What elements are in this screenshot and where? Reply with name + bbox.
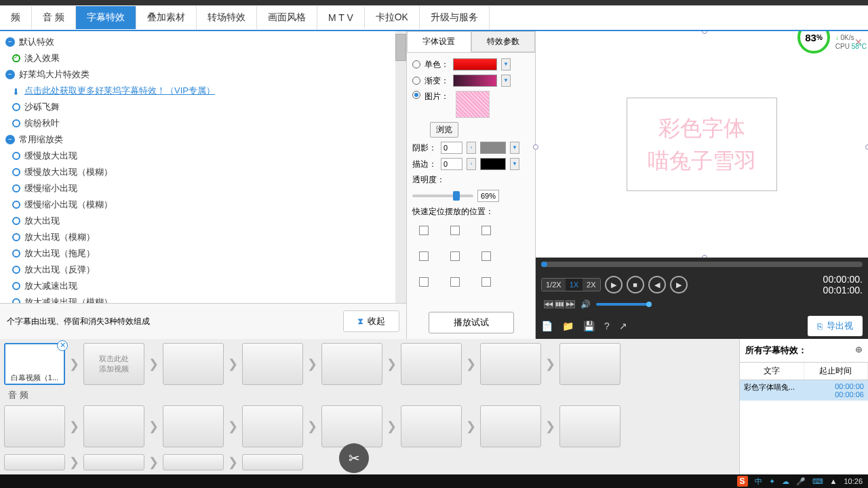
tray-icon[interactable]: ▲ — [830, 477, 837, 485]
audio-clip-slot[interactable] — [83, 405, 144, 447]
audio-clip-slot[interactable] — [480, 405, 541, 447]
slider-thumb[interactable] — [453, 191, 460, 201]
tab-mtv[interactable]: M T V — [317, 7, 365, 28]
resize-handle[interactable] — [533, 144, 538, 150]
tab-overlay[interactable]: 叠加素材 — [136, 6, 197, 29]
empty-clip-slot[interactable] — [559, 343, 620, 385]
tab-upgrade[interactable]: 升级与服务 — [420, 6, 490, 29]
dropdown-icon[interactable]: ▼ — [510, 158, 519, 170]
extra-slot[interactable] — [242, 454, 303, 470]
pos-tc[interactable] — [450, 226, 460, 235]
stroke-color[interactable] — [480, 158, 506, 170]
tab-transition[interactable]: 转场特效 — [197, 6, 257, 29]
play-test-button[interactable]: 播放试试 — [429, 312, 514, 333]
resize-handle[interactable] — [702, 31, 707, 34]
opacity-value[interactable]: 69% — [477, 190, 499, 202]
shadow-spinner[interactable]: 0 — [441, 142, 462, 154]
effect-zoom-8[interactable]: 放大减速出现 — [0, 278, 406, 294]
next-button[interactable]: ▶ — [670, 276, 688, 293]
speed-1x[interactable]: 1X — [566, 279, 583, 291]
collapse-button[interactable]: ⧗收起 — [343, 310, 399, 332]
effects-list[interactable]: −默认特效 淡入效果 −好莱坞大片特效类 ⬇点击此处获取更多好莱坞字幕特效！（V… — [0, 31, 406, 303]
dropdown-icon[interactable]: ▼ — [501, 75, 511, 87]
empty-clip-slot[interactable] — [480, 343, 541, 385]
effect-zoom-7[interactable]: 放大出现（反弹） — [0, 262, 406, 278]
progress-bar[interactable] — [541, 262, 863, 267]
effect-leaves[interactable]: 缤纷秋叶 — [0, 115, 406, 131]
volume-icon[interactable]: 🔊 — [580, 300, 591, 309]
audio-clip-slot[interactable] — [321, 405, 382, 447]
radio-solid[interactable] — [412, 60, 420, 68]
category-default[interactable]: −默认特效 — [0, 34, 406, 50]
radio-image[interactable] — [412, 91, 420, 99]
browse-button[interactable]: 浏览 — [430, 122, 458, 138]
effect-zoom-3[interactable]: 缓慢缩小出现（模糊） — [0, 197, 406, 213]
preview-canvas[interactable]: ✕ 彩色字体 喵兔子雪羽 83% ↓ 0K/sCPU 58°C — [536, 31, 868, 258]
effect-zoom-2[interactable]: 缓慢缩小出现 — [0, 180, 406, 197]
tab-style[interactable]: 画面风格 — [257, 6, 317, 29]
add-icon[interactable]: ⊕ — [855, 344, 863, 357]
tray-icon[interactable]: ⌨ — [812, 477, 823, 486]
tray-icon[interactable]: 🎤 — [796, 477, 806, 486]
clock[interactable]: 10:26 — [844, 477, 863, 485]
pos-mc[interactable] — [450, 251, 460, 261]
help-icon[interactable]: ? — [604, 321, 610, 331]
effect-vip-link[interactable]: ⬇点击此处获取更多好莱坞字幕特效！（VIP专属） — [0, 83, 406, 99]
volume-slider[interactable] — [596, 303, 650, 306]
preview-text-box[interactable]: 彩色字体 喵兔子雪羽 — [627, 98, 777, 191]
gradient-swatch[interactable] — [453, 75, 497, 87]
effect-zoom-4[interactable]: 放大出现 — [0, 213, 406, 229]
extra-slot[interactable] — [4, 454, 65, 470]
subtitle-row[interactable]: 彩色字体喵兔... 00:00:00 00:00:06 — [740, 380, 868, 401]
add-clip-slot[interactable]: 双击此处 添加视频 — [83, 343, 144, 385]
pos-br[interactable] — [481, 277, 491, 287]
video-clip-1[interactable]: ✕ 白幕视频（1... — [4, 343, 65, 385]
prev-button[interactable]: ◀ — [648, 276, 666, 293]
export-button[interactable]: ⎘导出视 — [808, 316, 863, 336]
empty-clip-slot[interactable] — [242, 343, 303, 385]
opacity-slider[interactable] — [412, 195, 473, 197]
taskbar[interactable]: S 中 ✦ ☁ 🎤 ⌨ ▲ 10:26 — [0, 474, 868, 488]
volume-thumb[interactable] — [646, 302, 652, 307]
col-text[interactable]: 文字 — [740, 363, 804, 380]
frame-seek[interactable]: ◀◀▮▮▮▶▶ — [544, 300, 575, 308]
stroke-spinner[interactable]: 0 — [441, 158, 462, 170]
pos-tl[interactable] — [419, 226, 429, 235]
effects-scrollbar[interactable] — [395, 31, 406, 303]
audio-clip-slot[interactable] — [242, 405, 303, 447]
speed-half[interactable]: 1/2X — [542, 279, 566, 291]
pos-bc[interactable] — [450, 277, 460, 287]
effect-sand[interactable]: 沙砾飞舞 — [0, 99, 406, 115]
extra-slot[interactable] — [83, 454, 144, 470]
audio-clip-slot[interactable] — [401, 405, 462, 447]
pos-tr[interactable] — [481, 226, 491, 235]
pos-mr[interactable] — [481, 251, 491, 261]
effect-zoom-0[interactable]: 缓慢放大出现 — [0, 148, 406, 164]
play-button[interactable]: ▶ — [605, 276, 623, 293]
category-hollywood[interactable]: −好莱坞大片特效类 — [0, 66, 406, 83]
audio-clip-slot[interactable] — [4, 405, 65, 447]
pos-ml[interactable] — [419, 251, 429, 261]
remove-clip-icon[interactable]: ✕ — [57, 340, 68, 351]
effect-zoom-5[interactable]: 放大出现（模糊） — [0, 229, 406, 245]
save-icon[interactable]: 💾 — [583, 321, 595, 331]
radio-gradient[interactable] — [412, 77, 420, 85]
dropdown-icon[interactable]: ▼ — [501, 58, 511, 70]
new-icon[interactable]: 📄 — [541, 321, 553, 331]
ime-icon[interactable]: S — [737, 476, 748, 487]
tab-video[interactable]: 频 — [0, 6, 32, 29]
dropdown-icon[interactable]: ▼ — [510, 142, 519, 154]
solid-color-swatch[interactable] — [453, 58, 497, 70]
ime-lang[interactable]: 中 — [755, 476, 762, 487]
col-time[interactable]: 起止时间 — [804, 363, 869, 380]
open-icon[interactable]: 📁 — [562, 321, 574, 331]
scrollbar-thumb[interactable] — [395, 34, 406, 61]
shadow-color[interactable] — [480, 142, 506, 154]
pos-bl[interactable] — [419, 277, 429, 287]
effect-zoom-6[interactable]: 放大出现（拖尾） — [0, 245, 406, 262]
spinner-arrow-icon[interactable]: › — [467, 142, 476, 154]
audio-clip-slot[interactable] — [559, 405, 620, 447]
effect-fadein[interactable]: 淡入效果 — [0, 50, 406, 66]
tab-karaoke[interactable]: 卡拉OK — [365, 6, 420, 29]
stop-button[interactable]: ■ — [627, 276, 644, 293]
